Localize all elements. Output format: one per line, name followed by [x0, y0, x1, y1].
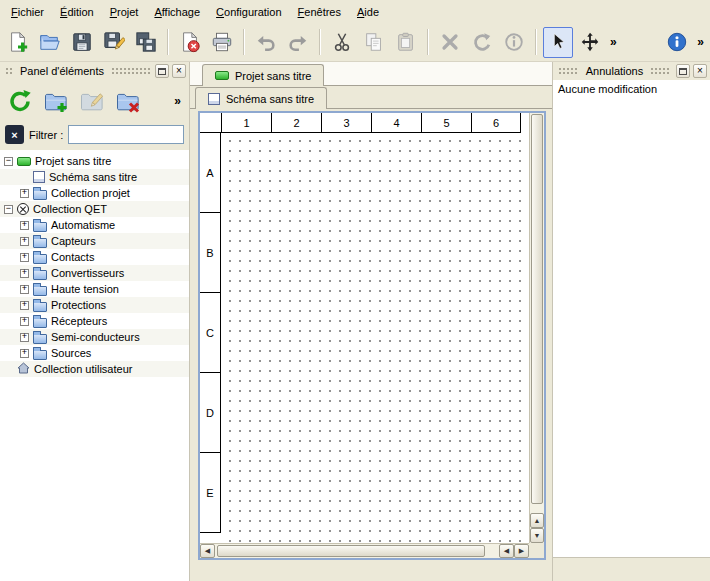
scroll-right-button[interactable]: ▶ — [514, 544, 529, 558]
copy-button[interactable] — [359, 27, 389, 58]
visualisation-mode-button[interactable] — [575, 27, 605, 58]
selection-mode-button[interactable] — [543, 27, 573, 58]
tree-collapse-icon[interactable]: − — [4, 205, 13, 214]
tree-collapse-icon[interactable]: − — [4, 157, 13, 166]
tree-expand-icon[interactable]: + — [20, 285, 29, 294]
dock-grip[interactable] — [5, 67, 13, 75]
menu-edition[interactable]: Édition — [52, 2, 102, 22]
menu-fenetres[interactable]: Fenêtres — [290, 2, 349, 22]
about-qet-button[interactable] — [662, 27, 692, 58]
toolbar-overflow-button[interactable]: » — [607, 35, 620, 49]
float-dock-button[interactable] — [676, 64, 690, 78]
close-dock-button[interactable]: × — [172, 64, 186, 78]
tree-item-collection-qet[interactable]: − Collection QET — [0, 201, 189, 217]
save-button[interactable] — [67, 27, 97, 58]
edit-category-button[interactable] — [77, 86, 107, 116]
h-scroll-track[interactable] — [215, 544, 499, 558]
open-project-button[interactable] — [35, 27, 65, 58]
scroll-down-button[interactable]: ▼ — [530, 528, 544, 543]
tab-projet-sans-titre[interactable]: Projet sans titre — [202, 64, 324, 86]
reload-collections-button[interactable] — [5, 86, 35, 116]
tree-item-contacts[interactable]: + Contacts — [0, 249, 189, 265]
tree-expand-icon[interactable]: + — [20, 221, 29, 230]
menu-bar: Fichier Édition Projet Affichage Configu… — [0, 0, 710, 23]
tree-item-projet-sans-titre[interactable]: − Projet sans titre — [0, 153, 189, 169]
tree-item-automatisme[interactable]: + Automatisme — [0, 217, 189, 233]
tree-expand-icon[interactable]: + — [20, 269, 29, 278]
paste-button[interactable] — [391, 27, 421, 58]
vertical-scrollbar[interactable]: ▲ ▼ — [529, 113, 544, 543]
scroll-left-button-alt[interactable]: ◀ — [499, 544, 514, 558]
menu-configuration[interactable]: Configuration — [208, 2, 289, 22]
tree-item-schema-sans-titre[interactable]: Schéma sans titre — [0, 169, 189, 185]
tree-expand-icon[interactable]: + — [20, 349, 29, 358]
close-file-button[interactable] — [175, 27, 205, 58]
schema-canvas[interactable] — [221, 132, 529, 543]
dock-grip[interactable] — [111, 67, 150, 75]
cut-button[interactable] — [327, 27, 357, 58]
undo-button[interactable] — [251, 27, 281, 58]
tree-expand-icon[interactable]: + — [20, 189, 29, 198]
about-info-icon — [666, 31, 688, 53]
tree-item-sources[interactable]: + Sources — [0, 345, 189, 361]
tree-expand-icon[interactable]: + — [20, 301, 29, 310]
save-icon — [71, 31, 93, 53]
float-dock-button[interactable] — [155, 64, 169, 78]
cut-icon — [331, 31, 353, 53]
tree-item-semi-conducteurs[interactable]: + Semi-conducteurs — [0, 329, 189, 345]
new-category-button[interactable] — [41, 86, 71, 116]
close-dock-button[interactable]: × — [693, 64, 707, 78]
qet-collection-icon — [17, 203, 29, 215]
undo-list-item[interactable]: Aucune modification — [556, 82, 707, 96]
tab-schema-sans-titre[interactable]: Schéma sans titre — [195, 87, 327, 109]
delete-button[interactable] — [435, 27, 465, 58]
menu-affichage[interactable]: Affichage — [146, 2, 208, 22]
rotate-button[interactable] — [467, 27, 497, 58]
schema-icon — [208, 93, 220, 105]
schema-icon — [33, 171, 45, 183]
home-icon — [17, 362, 30, 376]
save-all-button[interactable] — [131, 27, 161, 58]
mdi-area: Projet sans titre Schéma sans titre 1 2 … — [190, 62, 552, 581]
save-all-icon — [135, 31, 157, 53]
tree-item-protections[interactable]: + Protections — [0, 297, 189, 313]
horizontal-scrollbar[interactable]: ◀ ◀ ▶ — [200, 543, 529, 558]
schema-tabbar: Schéma sans titre — [190, 86, 552, 109]
schema-viewport: 1 2 3 4 5 6 A B C D E — [200, 113, 529, 543]
tree-item-haute-tension[interactable]: + Haute tension — [0, 281, 189, 297]
dock-grip[interactable] — [650, 67, 671, 75]
dock-grip[interactable] — [558, 67, 579, 75]
scroll-up-button[interactable]: ▲ — [530, 513, 544, 528]
tree-item-collection-utilisateur[interactable]: Collection utilisateur — [0, 361, 189, 377]
menu-fichier[interactable]: Fichier — [3, 2, 52, 22]
print-button[interactable] — [207, 27, 237, 58]
menu-projet[interactable]: Projet — [102, 2, 147, 22]
open-folder-icon — [39, 31, 61, 53]
tree-item-recepteurs[interactable]: + Récepteurs — [0, 313, 189, 329]
tree-expand-icon[interactable]: + — [20, 317, 29, 326]
save-as-button[interactable] — [99, 27, 129, 58]
v-scroll-thumb[interactable] — [531, 114, 543, 504]
filter-input[interactable] — [68, 125, 184, 144]
delete-category-button[interactable] — [113, 86, 143, 116]
tree-item-collection-projet[interactable]: + Collection projet — [0, 185, 189, 201]
menu-aide[interactable]: Aide — [349, 2, 387, 22]
v-scroll-track[interactable] — [530, 113, 544, 513]
tree-expand-icon[interactable]: + — [20, 253, 29, 262]
delete-icon — [439, 31, 461, 53]
element-infos-button[interactable] — [499, 27, 529, 58]
close-file-icon — [179, 31, 201, 53]
h-scroll-thumb[interactable] — [217, 545, 485, 557]
tree-item-convertisseurs[interactable]: + Convertisseurs — [0, 265, 189, 281]
panel-overflow-button[interactable]: » — [174, 94, 184, 108]
delete-folder-icon — [115, 88, 141, 114]
clear-filter-button[interactable]: × — [5, 125, 24, 144]
tree-expand-icon[interactable]: + — [20, 333, 29, 342]
tree-expand-icon[interactable]: + — [20, 237, 29, 246]
tree-item-capteurs[interactable]: + Capteurs — [0, 233, 189, 249]
redo-button[interactable] — [283, 27, 313, 58]
toolbar-overflow-button-right[interactable]: » — [694, 35, 707, 49]
row-ruler: A B C D E — [200, 133, 221, 533]
scroll-left-button[interactable]: ◀ — [200, 544, 215, 558]
new-project-button[interactable] — [3, 27, 33, 58]
